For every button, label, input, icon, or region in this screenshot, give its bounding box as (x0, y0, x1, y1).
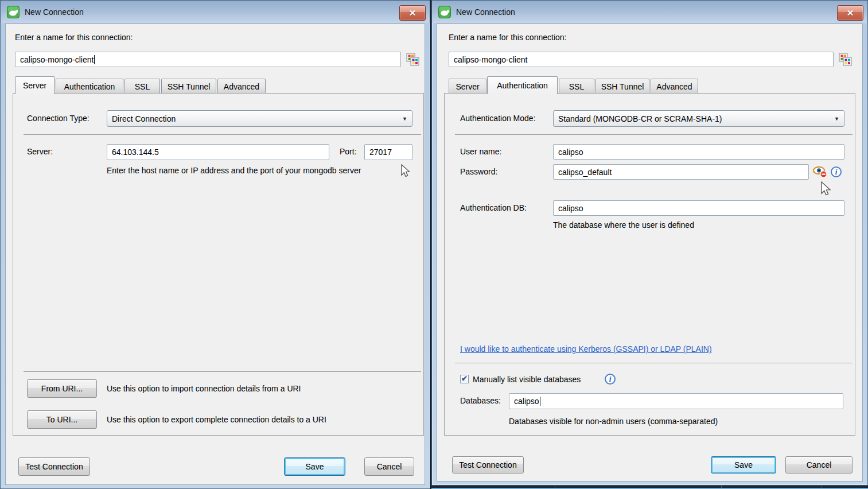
test-connection-button[interactable]: Test Connection (18, 457, 90, 476)
close-icon[interactable]: ✕ (399, 5, 426, 21)
tab-ssl[interactable]: SSL (124, 79, 160, 94)
tab-ssh-tunnel[interactable]: SSH Tunnel (595, 79, 649, 94)
mouse-cursor-icon (400, 164, 412, 178)
username-label: User name: (460, 147, 501, 157)
test-connection-button[interactable]: Test Connection (452, 456, 524, 474)
divider (24, 134, 421, 135)
server-input[interactable]: 64.103.144.5 (107, 144, 329, 160)
auth-db-input[interactable]: calipso (553, 200, 844, 216)
server-help-text: Enter the host name or IP address and th… (107, 166, 361, 176)
text-caret (94, 55, 95, 64)
connection-name-input[interactable]: calipso-mongo-client (15, 52, 401, 67)
background-window-strip (431, 486, 868, 489)
server-label: Server: (27, 147, 53, 157)
port-label: Port: (340, 147, 357, 157)
cancel-button[interactable]: Cancel (364, 457, 414, 476)
tab-server[interactable]: Server (15, 76, 55, 94)
databases-help-text: Databases visible for non-admin users (c… (509, 417, 718, 426)
color-palette-icon (839, 53, 854, 67)
from-uri-button[interactable]: From URI... (27, 379, 97, 398)
to-uri-button[interactable]: To URI... (27, 410, 97, 429)
save-button[interactable]: Save (284, 457, 345, 476)
password-input[interactable]: calipso_default (553, 164, 809, 180)
tab-authentication[interactable]: Authentication (56, 79, 123, 94)
databases-input[interactable]: calipso (509, 393, 843, 409)
tab-server[interactable]: Server (449, 79, 486, 94)
server-tab-panel: Connection Type: Direct Connection ▼ Ser… (13, 93, 424, 436)
password-info-icon[interactable]: i (831, 166, 842, 177)
connection-type-select[interactable]: Direct Connection ▼ (107, 110, 412, 127)
port-input[interactable]: 27017 (364, 144, 412, 160)
auth-mode-label: Authentication Mode: (460, 114, 536, 123)
auth-db-label: Authentication DB: (460, 203, 527, 213)
window-title: New Connection (25, 7, 84, 17)
username-input[interactable]: calipso (553, 144, 844, 160)
check-icon: ✔ (461, 375, 468, 382)
close-icon[interactable]: ✕ (837, 5, 863, 21)
databases-info-icon[interactable]: i (605, 374, 616, 385)
save-button[interactable]: Save (711, 456, 776, 474)
auth-mode-select[interactable]: Standard (MONGODB-CR or SCRAM-SHA-1) ▼ (553, 110, 844, 127)
connection-type-label: Connection Type: (27, 114, 89, 123)
title-bar: New Connection ✕ (432, 1, 867, 23)
tab-authentication[interactable]: Authentication (487, 76, 558, 94)
color-palette-icon (406, 53, 421, 67)
color-palette-button[interactable] (406, 53, 421, 67)
databases-label: Databases: (460, 396, 501, 406)
new-connection-dialog-server: New Connection ✕ Enter a name for this c… (0, 0, 430, 489)
connection-name-label: Enter a name for this connection: (449, 33, 566, 42)
connection-name-label: Enter a name for this connection: (15, 33, 133, 42)
app-logo-icon (438, 6, 451, 18)
from-uri-help-text: Use this option to import connection det… (107, 384, 301, 394)
mouse-cursor-icon (820, 181, 833, 196)
dialog-content: Enter a name for this connection: calips… (437, 24, 863, 482)
new-connection-dialog-authentication: New Connection ✕ Enter a name for this c… (431, 0, 868, 486)
text-caret (540, 397, 540, 406)
app-logo-icon (7, 6, 20, 18)
to-uri-help-text: Use this option to export complete conne… (107, 415, 326, 425)
manual-databases-label: Manually list visible databases (473, 375, 581, 385)
divider (24, 371, 421, 372)
authentication-tab-panel: Authentication Mode: Standard (MONGODB-C… (444, 93, 855, 436)
manual-databases-checkbox[interactable]: ✔ (460, 375, 469, 383)
divider (455, 363, 853, 363)
hide-password-button[interactable] (812, 165, 828, 178)
connection-name-input[interactable]: calipso-mongo-client (449, 52, 834, 67)
kerberos-ldap-link[interactable]: I would like to authenticate using Kerbe… (460, 344, 712, 354)
password-label: Password: (460, 167, 497, 177)
title-bar: New Connection ✕ (1, 1, 430, 23)
color-palette-button[interactable] (839, 53, 854, 67)
cancel-button[interactable]: Cancel (785, 456, 853, 474)
tab-ssh-tunnel[interactable]: SSH Tunnel (161, 79, 216, 94)
auth-db-help-text: The database where the user is defined (553, 220, 694, 230)
chevron-down-icon: ▼ (402, 115, 407, 121)
chevron-down-icon: ▼ (834, 115, 839, 121)
dialog-content: Enter a name for this connection: calips… (5, 24, 425, 485)
window-title: New Connection (456, 7, 515, 17)
tab-advanced[interactable]: Advanced (217, 79, 266, 94)
tab-ssl[interactable]: SSL (559, 79, 594, 94)
tab-advanced[interactable]: Advanced (651, 79, 698, 94)
eye-hide-icon (812, 165, 828, 178)
divider (455, 134, 853, 135)
